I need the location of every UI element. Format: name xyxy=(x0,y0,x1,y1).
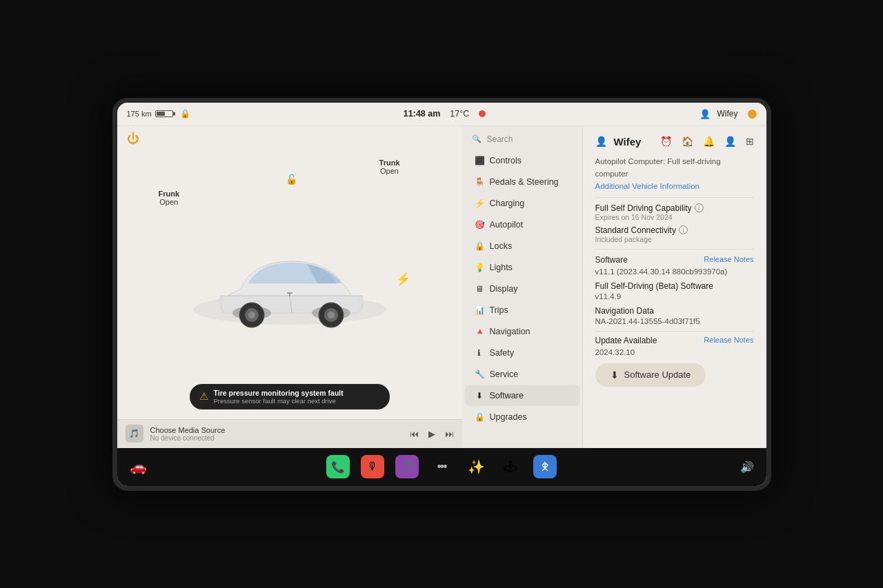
charging-label: Charging xyxy=(490,199,525,208)
taskbar-phone[interactable]: 📞 xyxy=(326,455,350,478)
software-nav-icon: ⬇ xyxy=(475,391,484,401)
bell-icon[interactable]: 🔔 xyxy=(703,136,715,147)
frunk-title: Frunk xyxy=(159,190,180,198)
settings-panel: 🔍 Search ⬛ Controls 🪑 Pedals & Steering xyxy=(462,126,766,448)
sidebar-item-locks[interactable]: 🔒 Locks xyxy=(465,236,579,256)
lights-icon: 💡 xyxy=(475,263,484,272)
frunk-status: Open xyxy=(159,198,180,206)
autopilot-computer-info: Autopilot Computer: Full self-driving co… xyxy=(595,154,754,192)
grid-icon[interactable]: ⊞ xyxy=(746,136,754,147)
taskbar-more[interactable]: ••• xyxy=(430,455,453,478)
tpms-alert: ⚠ Tire pressure monitoring system fault … xyxy=(190,384,390,409)
taskbar-bluetooth[interactable] xyxy=(533,455,557,478)
sidebar-item-upgrades[interactable]: 🔒 Upgrades xyxy=(465,407,579,427)
update-version: 2024.32.10 xyxy=(595,348,754,356)
car-lock-icon: 🔓 xyxy=(286,174,297,185)
sidebar-item-service[interactable]: 🔧 Service xyxy=(465,364,579,385)
record-indicator xyxy=(479,110,486,117)
tpms-text: Tire pressure monitoring system fault Pr… xyxy=(214,389,344,405)
upgrades-icon: 🔒 xyxy=(475,412,484,422)
media-controls: ⏮ ▶ ⏭ xyxy=(410,429,454,439)
battery-indicator: 175 km xyxy=(127,110,173,118)
charging-icon: ⚡ xyxy=(395,272,410,287)
clock-icon[interactable]: ⏰ xyxy=(660,136,672,147)
next-button[interactable]: ⏭ xyxy=(445,429,454,439)
car-svg xyxy=(179,234,400,344)
taskbar-music[interactable]: 🎵 xyxy=(395,455,419,478)
software-row: Software Release Notes xyxy=(595,255,754,265)
battery-bar-visual xyxy=(155,110,173,117)
connectivity-label: Standard Connectivity xyxy=(595,225,676,235)
sidebar-search[interactable]: 🔍 Search xyxy=(462,129,582,150)
action-icons-row: ⏰ 🏠 🔔 👤 ⊞ xyxy=(660,136,754,147)
sidebar-item-lights[interactable]: 💡 Lights xyxy=(465,257,579,278)
fsd-expiry: Expires on 16 Nov 2024 xyxy=(595,213,704,221)
sidebar-item-controls[interactable]: ⬛ Controls xyxy=(465,150,579,171)
sidebar-item-software[interactable]: ⬇ Software xyxy=(465,385,579,406)
svg-rect-11 xyxy=(289,292,290,296)
trunk-label: Trunk Open xyxy=(379,159,400,175)
navigation-icon: 🔺 xyxy=(475,327,484,336)
home-icon[interactable]: 🏠 xyxy=(682,136,693,147)
sidebar-item-autopilot[interactable]: 🎯 Autopilot xyxy=(465,214,579,235)
taskbar-car-icon[interactable]: 🚗 xyxy=(130,458,147,475)
release-notes2-link[interactable]: Release Notes xyxy=(704,336,753,344)
additional-vehicle-link[interactable]: Additional Vehicle Information xyxy=(595,182,700,190)
fsd-info-icon[interactable]: i xyxy=(695,203,704,212)
car-display-area: Trunk Open Frunk Open 🔓 ⚡ xyxy=(117,152,462,419)
search-label: Search xyxy=(487,134,513,144)
username-status: Wifey xyxy=(717,109,738,119)
media-title: Choose Media Source xyxy=(150,426,403,434)
tpms-title: Tire pressure monitoring system fault xyxy=(214,389,344,397)
status-bar: 175 km 🔒 11:48 am 17°C 👤 Wifey xyxy=(117,103,766,126)
prev-button[interactable]: ⏮ xyxy=(410,429,419,439)
autopilot-icon: 🎯 xyxy=(475,220,484,230)
sidebar-item-pedals[interactable]: 🪑 Pedals & Steering xyxy=(465,172,579,192)
sidebar-item-display[interactable]: 🖥 Display xyxy=(465,278,579,299)
trips-label: Trips xyxy=(490,305,508,315)
safety-label: Safety xyxy=(490,348,514,358)
media-subtitle: No device connected xyxy=(150,434,403,442)
taskbar-star[interactable]: ✨ xyxy=(464,455,488,478)
tpms-warning-icon: ⚠ xyxy=(199,390,208,403)
sidebar-item-safety[interactable]: ℹ Safety xyxy=(465,343,579,363)
content-area: 👤 Wifey ⏰ 🏠 🔔 👤 ⊞ Autopilot Computer: Fu… xyxy=(583,126,766,448)
play-button[interactable]: ▶ xyxy=(428,429,435,439)
software-version: v11.1 (2023.44.30.14 880cb993970a) xyxy=(595,267,754,276)
fsd-beta-version: v11.4.9 xyxy=(595,292,754,301)
trunk-status: Open xyxy=(379,167,400,175)
battery-km: 175 km xyxy=(127,110,152,118)
fsd-label: Full Self Driving Capability xyxy=(595,203,692,213)
taskbar-center: 📞 🎙 🎵 ••• ✨ 🕹 xyxy=(326,455,557,478)
user-icon-status: 👤 xyxy=(700,109,711,119)
locks-icon: 🔒 xyxy=(475,241,484,251)
charging-nav-icon: ⚡ xyxy=(475,199,484,208)
sidebar-item-charging[interactable]: ⚡ Charging xyxy=(465,193,579,214)
search-icon: 🔍 xyxy=(472,134,482,143)
navigation-label: Navigation xyxy=(490,327,530,336)
pedals-label: Pedals & Steering xyxy=(490,177,559,187)
service-icon: 🔧 xyxy=(475,369,484,379)
power-icon[interactable]: ⏻ xyxy=(127,132,139,145)
update-button-label: Software Update xyxy=(624,369,691,380)
close-button[interactable] xyxy=(748,110,757,119)
taskbar-game[interactable]: 🕹 xyxy=(499,455,522,478)
sidebar-item-navigation[interactable]: 🔺 Navigation xyxy=(465,321,579,342)
upgrades-label: Upgrades xyxy=(490,412,527,422)
software-update-button[interactable]: ⬇ Software Update xyxy=(595,363,706,387)
person-icon[interactable]: 👤 xyxy=(724,136,736,147)
taskbar-podcast[interactable]: 🎙 xyxy=(361,455,384,478)
nav-data-label: Navigation Data xyxy=(595,306,754,316)
update-row: Update Available Release Notes xyxy=(595,336,754,345)
volume-icon[interactable]: 🔊 xyxy=(740,460,754,474)
software-label: Software xyxy=(490,391,524,401)
display-icon: 🖥 xyxy=(475,284,484,294)
connectivity-info-icon[interactable]: i xyxy=(679,225,688,234)
car-panel: ⏻ Trunk Open Frunk Open 🔓 xyxy=(117,126,462,448)
trips-icon: 📊 xyxy=(475,305,484,315)
content-user-icon: 👤 xyxy=(595,136,607,147)
autopilot-label: Autopilot xyxy=(490,220,524,230)
release-notes-link[interactable]: Release Notes xyxy=(704,255,753,263)
sidebar-item-trips[interactable]: 📊 Trips xyxy=(465,300,579,321)
service-label: Service xyxy=(490,369,519,379)
